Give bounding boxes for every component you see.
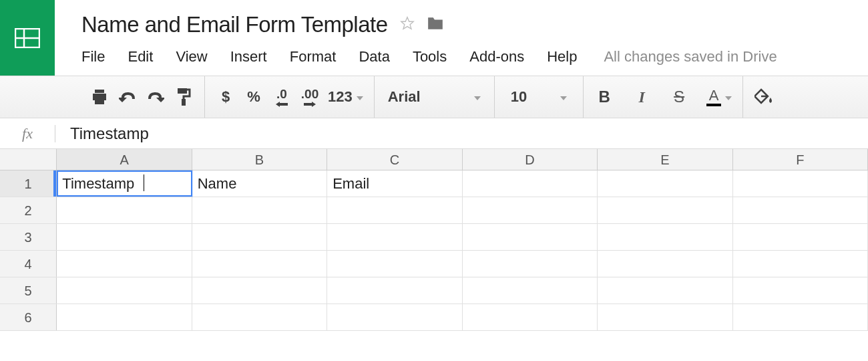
column-header-d[interactable]: D — [463, 149, 598, 170]
text-color-button[interactable]: A — [706, 85, 732, 109]
formula-input[interactable]: Timestamp — [55, 124, 868, 143]
redo-icon[interactable] — [146, 85, 166, 109]
menu-file[interactable]: File — [81, 48, 105, 66]
cell-d4[interactable] — [463, 251, 598, 277]
chevron-down-icon — [560, 91, 567, 103]
font-size-select[interactable]: 10 — [495, 76, 583, 118]
italic-button[interactable]: I — [632, 85, 652, 109]
cell-a2[interactable] — [57, 197, 192, 223]
bold-button[interactable]: B — [594, 85, 614, 109]
font-name-label: Arial — [388, 88, 421, 106]
chevron-down-icon — [357, 91, 363, 103]
strikethrough-button[interactable]: S — [669, 85, 689, 109]
number-format-button[interactable]: 123 — [328, 85, 363, 109]
cell-d3[interactable] — [463, 224, 598, 250]
menu-data[interactable]: Data — [359, 48, 389, 66]
menu-edit[interactable]: Edit — [128, 48, 153, 66]
decrease-decimal-button[interactable]: .0 — [272, 85, 292, 109]
undo-icon[interactable] — [118, 85, 138, 109]
print-icon[interactable] — [89, 85, 110, 109]
row-header-5[interactable]: 5 — [0, 277, 57, 304]
column-header-b[interactable]: B — [192, 149, 327, 170]
cell-b1[interactable]: Name — [192, 170, 327, 197]
cell-a4[interactable] — [57, 251, 192, 277]
cell-c6[interactable] — [327, 304, 462, 330]
percent-button[interactable]: % — [244, 85, 264, 109]
menu-insert[interactable]: Insert — [230, 48, 267, 66]
sheets-logo[interactable] — [0, 0, 55, 76]
cell-b6[interactable] — [192, 304, 327, 330]
menu-addons[interactable]: Add-ons — [469, 48, 524, 66]
cell-c2[interactable] — [327, 197, 462, 223]
cell-f1[interactable] — [733, 170, 868, 197]
cell-f5[interactable] — [733, 277, 868, 304]
menu-format[interactable]: Format — [290, 48, 337, 66]
row-header-1[interactable]: 1 — [0, 170, 57, 197]
cell-a1[interactable]: Timestamp — [57, 170, 192, 197]
menu-bar: File Edit View Insert Format Data Tools … — [81, 48, 868, 66]
column-header-a[interactable]: A — [57, 149, 192, 170]
fill-color-button[interactable] — [754, 85, 774, 109]
chevron-down-icon — [474, 91, 481, 103]
cell-f2[interactable] — [733, 197, 868, 223]
cell-d6[interactable] — [463, 304, 598, 330]
cell-b4[interactable] — [192, 251, 327, 277]
font-size-label: 10 — [511, 88, 527, 106]
cell-d2[interactable] — [463, 197, 598, 223]
column-header-c[interactable]: C — [327, 149, 462, 170]
cell-b5[interactable] — [192, 277, 327, 304]
row-header-6[interactable]: 6 — [0, 304, 57, 330]
cell-c4[interactable] — [327, 251, 462, 277]
svg-rect-4 — [178, 88, 187, 94]
menu-tools[interactable]: Tools — [413, 48, 447, 66]
row-header-4[interactable]: 4 — [0, 251, 57, 277]
svg-marker-3 — [401, 17, 413, 29]
cell-e5[interactable] — [598, 277, 732, 304]
svg-rect-5 — [182, 99, 186, 106]
cell-e4[interactable] — [598, 251, 732, 277]
cell-e1[interactable] — [598, 170, 732, 197]
menu-view[interactable]: View — [176, 48, 207, 66]
cell-c1[interactable]: Email — [327, 170, 462, 197]
cell-b3[interactable] — [192, 224, 327, 250]
cell-a5[interactable] — [57, 277, 192, 304]
menu-help[interactable]: Help — [547, 48, 577, 66]
column-header-f[interactable]: F — [733, 149, 868, 170]
cell-c5[interactable] — [327, 277, 462, 304]
currency-button[interactable]: $ — [216, 85, 236, 109]
font-family-select[interactable]: Arial — [375, 76, 494, 118]
cell-d1[interactable] — [463, 170, 598, 197]
row-header-2[interactable]: 2 — [0, 197, 57, 223]
column-header-e[interactable]: E — [598, 149, 732, 170]
cell-a6[interactable] — [57, 304, 192, 330]
cell-e6[interactable] — [598, 304, 732, 330]
row-header-3[interactable]: 3 — [0, 224, 57, 250]
folder-icon[interactable] — [427, 16, 444, 33]
formula-bar: fx Timestamp — [0, 118, 868, 149]
cell-c3[interactable] — [327, 224, 462, 250]
cell-d5[interactable] — [463, 277, 598, 304]
cell-f6[interactable] — [733, 304, 868, 330]
cell-f3[interactable] — [733, 224, 868, 250]
save-status: All changes saved in Drive — [604, 48, 777, 66]
spreadsheet-grid: A B C D E F 1 Timestamp Name Email 2 3 4… — [0, 149, 868, 331]
document-title[interactable]: Name and Email Form Template — [81, 12, 388, 37]
cell-b2[interactable] — [192, 197, 327, 223]
cell-a3[interactable] — [57, 224, 192, 250]
chevron-down-icon — [725, 91, 732, 103]
toolbar: $ % .0 .00 123 Arial 10 B I S A — [0, 76, 868, 118]
star-icon[interactable] — [400, 16, 415, 33]
paint-format-icon[interactable] — [174, 85, 194, 109]
cell-e3[interactable] — [598, 224, 732, 250]
cell-e2[interactable] — [598, 197, 732, 223]
select-all-corner[interactable] — [0, 149, 57, 170]
cell-f4[interactable] — [733, 251, 868, 277]
fx-label: fx — [0, 125, 55, 142]
increase-decimal-button[interactable]: .00 — [300, 85, 320, 109]
